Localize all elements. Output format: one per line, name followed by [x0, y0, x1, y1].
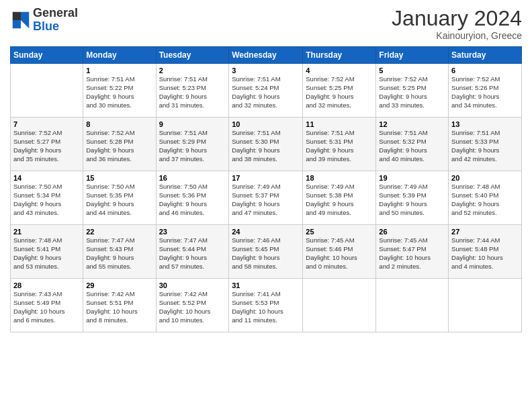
day-info: Sunrise: 7:51 AM Sunset: 5:32 PM Dayligh…	[379, 129, 445, 163]
day-number: 15	[86, 174, 152, 182]
header: General Blue January 2024 Kainouryion, G…	[10, 7, 522, 41]
col-header-thursday: Thursday	[303, 47, 376, 64]
calendar-cell: 10Sunrise: 7:51 AM Sunset: 5:30 PM Dayli…	[229, 118, 303, 171]
calendar-cell: 12Sunrise: 7:51 AM Sunset: 5:32 PM Dayli…	[376, 118, 449, 171]
calendar-cell: 6Sunrise: 7:52 AM Sunset: 5:26 PM Daylig…	[449, 64, 522, 118]
day-info: Sunrise: 7:51 AM Sunset: 5:22 PM Dayligh…	[86, 75, 152, 109]
day-info: Sunrise: 7:52 AM Sunset: 5:25 PM Dayligh…	[379, 75, 445, 109]
calendar-cell	[11, 64, 83, 118]
calendar-cell	[376, 279, 449, 332]
day-info: Sunrise: 7:52 AM Sunset: 5:28 PM Dayligh…	[86, 129, 152, 163]
calendar-cell: 17Sunrise: 7:49 AM Sunset: 5:37 PM Dayli…	[229, 171, 303, 225]
title-block: January 2024 Kainouryion, Greece	[392, 7, 522, 41]
day-number: 31	[232, 281, 300, 289]
calendar-cell: 7Sunrise: 7:52 AM Sunset: 5:27 PM Daylig…	[11, 118, 83, 171]
col-header-saturday: Saturday	[449, 47, 522, 64]
day-number: 10	[232, 120, 300, 128]
calendar-cell: 13Sunrise: 7:51 AM Sunset: 5:33 PM Dayli…	[449, 118, 522, 171]
calendar-cell: 5Sunrise: 7:52 AM Sunset: 5:25 PM Daylig…	[376, 64, 449, 118]
col-header-tuesday: Tuesday	[156, 47, 229, 64]
calendar-cell: 9Sunrise: 7:51 AM Sunset: 5:29 PM Daylig…	[156, 118, 229, 171]
calendar-cell: 15Sunrise: 7:50 AM Sunset: 5:35 PM Dayli…	[83, 171, 156, 225]
col-header-sunday: Sunday	[11, 47, 83, 64]
svg-rect-2	[13, 20, 21, 28]
calendar-cell: 27Sunrise: 7:44 AM Sunset: 5:48 PM Dayli…	[449, 225, 522, 279]
day-info: Sunrise: 7:51 AM Sunset: 5:29 PM Dayligh…	[159, 129, 226, 163]
day-number: 5	[379, 66, 445, 75]
day-info: Sunrise: 7:51 AM Sunset: 5:24 PM Dayligh…	[232, 75, 300, 109]
day-number: 14	[13, 174, 80, 182]
svg-marker-3	[21, 20, 29, 28]
day-number: 24	[232, 228, 300, 236]
day-info: Sunrise: 7:49 AM Sunset: 5:38 PM Dayligh…	[306, 183, 373, 217]
day-info: Sunrise: 7:52 AM Sunset: 5:25 PM Dayligh…	[306, 75, 373, 109]
calendar-cell: 14Sunrise: 7:50 AM Sunset: 5:34 PM Dayli…	[11, 171, 83, 225]
calendar-cell: 18Sunrise: 7:49 AM Sunset: 5:38 PM Dayli…	[303, 171, 376, 225]
day-number: 30	[159, 281, 226, 289]
day-info: Sunrise: 7:46 AM Sunset: 5:45 PM Dayligh…	[232, 236, 300, 271]
day-info: Sunrise: 7:44 AM Sunset: 5:48 PM Dayligh…	[451, 236, 519, 271]
day-number: 20	[451, 174, 519, 182]
calendar-cell: 16Sunrise: 7:50 AM Sunset: 5:36 PM Dayli…	[156, 171, 229, 225]
calendar-cell: 21Sunrise: 7:48 AM Sunset: 5:41 PM Dayli…	[11, 225, 83, 279]
day-info: Sunrise: 7:51 AM Sunset: 5:30 PM Dayligh…	[232, 129, 300, 163]
day-number: 17	[232, 174, 300, 182]
day-info: Sunrise: 7:47 AM Sunset: 5:44 PM Dayligh…	[159, 236, 226, 271]
calendar-cell: 4Sunrise: 7:52 AM Sunset: 5:25 PM Daylig…	[303, 64, 376, 118]
col-header-friday: Friday	[376, 47, 449, 64]
calendar-cell: 3Sunrise: 7:51 AM Sunset: 5:24 PM Daylig…	[229, 64, 303, 118]
calendar-cell: 30Sunrise: 7:42 AM Sunset: 5:52 PM Dayli…	[156, 279, 229, 332]
day-info: Sunrise: 7:52 AM Sunset: 5:26 PM Dayligh…	[451, 75, 519, 109]
calendar-cell: 26Sunrise: 7:45 AM Sunset: 5:47 PM Dayli…	[376, 225, 449, 279]
logo: General Blue	[10, 7, 78, 34]
day-info: Sunrise: 7:45 AM Sunset: 5:46 PM Dayligh…	[306, 236, 373, 271]
day-info: Sunrise: 7:43 AM Sunset: 5:49 PM Dayligh…	[13, 290, 80, 324]
logo-icon	[11, 11, 30, 30]
day-number: 28	[13, 281, 80, 289]
week-row-4: 21Sunrise: 7:48 AM Sunset: 5:41 PM Dayli…	[11, 225, 522, 279]
day-info: Sunrise: 7:42 AM Sunset: 5:52 PM Dayligh…	[159, 290, 226, 324]
calendar-cell: 19Sunrise: 7:49 AM Sunset: 5:39 PM Dayli…	[376, 171, 449, 225]
day-number: 7	[13, 120, 80, 128]
week-row-2: 7Sunrise: 7:52 AM Sunset: 5:27 PM Daylig…	[11, 118, 522, 171]
calendar-cell: 1Sunrise: 7:51 AM Sunset: 5:22 PM Daylig…	[83, 64, 156, 118]
day-info: Sunrise: 7:47 AM Sunset: 5:43 PM Dayligh…	[86, 236, 152, 271]
calendar-cell: 11Sunrise: 7:51 AM Sunset: 5:31 PM Dayli…	[303, 118, 376, 171]
day-number: 25	[306, 228, 373, 236]
day-info: Sunrise: 7:51 AM Sunset: 5:23 PM Dayligh…	[159, 75, 226, 109]
calendar-cell: 29Sunrise: 7:42 AM Sunset: 5:51 PM Dayli…	[83, 279, 156, 332]
day-number: 3	[232, 66, 300, 75]
day-number: 8	[86, 120, 152, 128]
day-number: 11	[306, 120, 373, 128]
calendar-subtitle: Kainouryion, Greece	[392, 30, 522, 41]
svg-rect-1	[21, 12, 29, 20]
day-number: 26	[379, 228, 445, 236]
calendar-cell: 20Sunrise: 7:48 AM Sunset: 5:40 PM Dayli…	[449, 171, 522, 225]
logo-text: General Blue	[33, 7, 78, 34]
week-row-3: 14Sunrise: 7:50 AM Sunset: 5:34 PM Dayli…	[11, 171, 522, 225]
calendar-container: General Blue January 2024 Kainouryion, G…	[0, 0, 532, 411]
day-number: 12	[379, 120, 445, 128]
svg-rect-0	[13, 12, 21, 20]
calendar-cell: 2Sunrise: 7:51 AM Sunset: 5:23 PM Daylig…	[156, 64, 229, 118]
calendar-cell: 24Sunrise: 7:46 AM Sunset: 5:45 PM Dayli…	[229, 225, 303, 279]
day-info: Sunrise: 7:50 AM Sunset: 5:34 PM Dayligh…	[13, 183, 80, 217]
day-number: 27	[451, 228, 519, 236]
day-number: 23	[159, 228, 226, 236]
day-number: 16	[159, 174, 226, 182]
day-info: Sunrise: 7:49 AM Sunset: 5:39 PM Dayligh…	[379, 183, 445, 217]
day-info: Sunrise: 7:52 AM Sunset: 5:27 PM Dayligh…	[13, 129, 80, 163]
calendar-cell: 22Sunrise: 7:47 AM Sunset: 5:43 PM Dayli…	[83, 225, 156, 279]
week-row-1: 1Sunrise: 7:51 AM Sunset: 5:22 PM Daylig…	[11, 64, 522, 118]
day-info: Sunrise: 7:51 AM Sunset: 5:31 PM Dayligh…	[306, 129, 373, 163]
day-number: 19	[379, 174, 445, 182]
day-number: 1	[86, 66, 152, 75]
calendar-cell: 31Sunrise: 7:41 AM Sunset: 5:53 PM Dayli…	[229, 279, 303, 332]
calendar-table: SundayMondayTuesdayWednesdayThursdayFrid…	[10, 46, 522, 332]
day-info: Sunrise: 7:49 AM Sunset: 5:37 PM Dayligh…	[232, 183, 300, 217]
calendar-title: January 2024	[392, 7, 522, 30]
day-info: Sunrise: 7:45 AM Sunset: 5:47 PM Dayligh…	[379, 236, 445, 271]
calendar-cell	[303, 279, 376, 332]
calendar-cell: 23Sunrise: 7:47 AM Sunset: 5:44 PM Dayli…	[156, 225, 229, 279]
day-number: 22	[86, 228, 152, 236]
